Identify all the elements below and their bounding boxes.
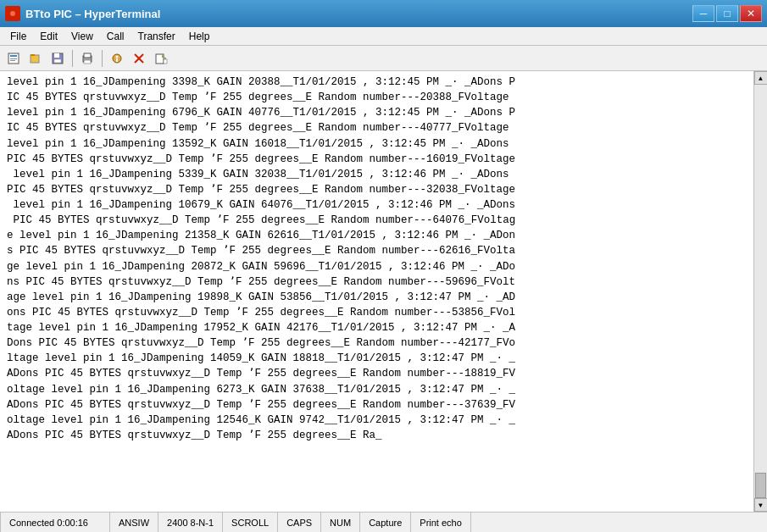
title-buttons: ─ □ ✕ xyxy=(692,5,762,22)
svg-point-15 xyxy=(116,55,119,58)
app-icon xyxy=(5,6,20,21)
scroll-status[interactable]: SCROLL xyxy=(223,513,278,532)
properties-button[interactable] xyxy=(107,48,127,69)
terminal-container: level pin 1 16_JDampening 3398_K GAIN 20… xyxy=(0,71,767,512)
scrollbar[interactable]: ▲ ▼ xyxy=(753,71,767,512)
print-button[interactable] xyxy=(77,48,97,69)
svg-rect-6 xyxy=(31,55,39,63)
caps-status[interactable]: CAPS xyxy=(278,513,321,532)
menu-file[interactable]: File xyxy=(3,27,33,45)
disconnect-button[interactable] xyxy=(129,48,149,69)
minimize-button[interactable]: ─ xyxy=(692,5,714,22)
toolbar-sep-2 xyxy=(102,50,103,67)
scroll-up-button[interactable]: ▲ xyxy=(754,71,768,85)
title-bar: BTto PIC – HyperTerminal ─ □ ✕ xyxy=(0,0,767,27)
toolbar xyxy=(0,46,767,71)
svg-rect-4 xyxy=(10,58,17,59)
save-button[interactable] xyxy=(47,48,68,69)
status-bar: Connected 0:00:16 ANSIW 2400 8-N-1 SCROL… xyxy=(0,512,767,532)
window-title: BTto PIC – HyperTerminal xyxy=(25,8,160,20)
encoding-status: ANSIW xyxy=(110,513,158,532)
open-button[interactable] xyxy=(25,48,46,69)
menu-call[interactable]: Call xyxy=(100,27,131,45)
svg-rect-16 xyxy=(116,58,118,62)
scrollbar-track[interactable] xyxy=(754,85,767,498)
print-echo-status[interactable]: Print echo xyxy=(411,513,471,532)
send-file-button[interactable] xyxy=(151,48,171,69)
svg-rect-5 xyxy=(10,60,15,61)
svg-rect-9 xyxy=(54,53,59,58)
new-connection-button[interactable] xyxy=(3,48,24,69)
maximize-button[interactable]: □ xyxy=(716,5,738,22)
close-button[interactable]: ✕ xyxy=(740,5,762,22)
menu-view[interactable]: View xyxy=(64,27,100,45)
svg-point-1 xyxy=(10,11,15,16)
capture-status[interactable]: Capture xyxy=(360,513,411,532)
toolbar-sep-1 xyxy=(72,50,73,67)
scroll-down-button[interactable]: ▼ xyxy=(754,498,768,512)
num-status[interactable]: NUM xyxy=(321,513,360,532)
terminal-output[interactable]: level pin 1 16_JDampening 3398_K GAIN 20… xyxy=(0,71,753,512)
menu-bar: File Edit View Call Transfer Help xyxy=(0,27,767,46)
menu-edit[interactable]: Edit xyxy=(33,27,64,45)
svg-rect-3 xyxy=(10,55,17,57)
menu-transfer[interactable]: Transfer xyxy=(131,27,182,45)
svg-rect-13 xyxy=(84,60,91,64)
baud-status: 2400 8-N-1 xyxy=(158,513,223,532)
menu-help[interactable]: Help xyxy=(182,27,217,45)
svg-rect-7 xyxy=(31,54,35,56)
svg-rect-10 xyxy=(54,59,61,63)
svg-rect-21 xyxy=(164,59,167,64)
scrollbar-thumb[interactable] xyxy=(755,473,766,498)
title-bar-left: BTto PIC – HyperTerminal xyxy=(5,6,160,21)
connection-status: Connected 0:00:16 xyxy=(0,513,110,532)
svg-rect-12 xyxy=(84,53,91,58)
